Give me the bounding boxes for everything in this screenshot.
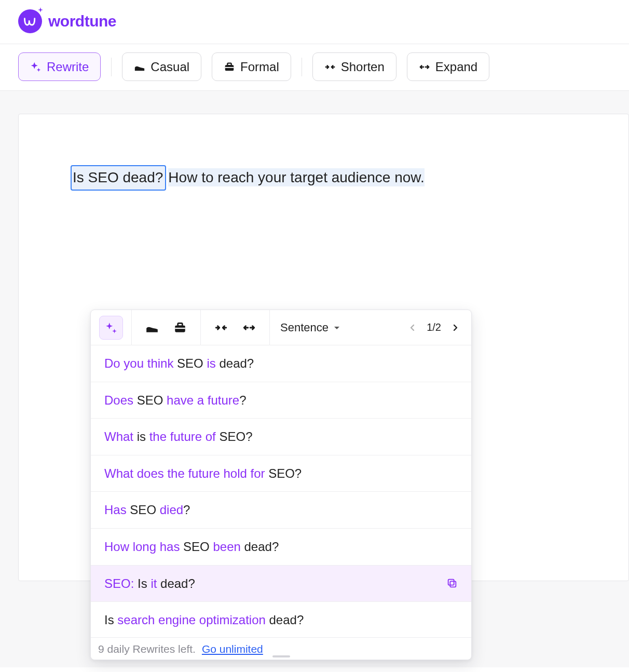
scope-label: Sentence — [280, 321, 329, 334]
shorten-button[interactable]: Shorten — [312, 52, 396, 81]
go-unlimited-link[interactable]: Go unlimited — [202, 643, 263, 655]
panel-casual-icon[interactable] — [140, 316, 164, 340]
formal-label: Formal — [240, 60, 279, 74]
expand-button[interactable]: Expand — [407, 52, 489, 81]
panel-expand-icon[interactable] — [237, 316, 261, 340]
panel-formal-icon[interactable] — [168, 316, 192, 340]
panel-footer: 9 daily Rewrites left. Go unlimited — [91, 637, 471, 660]
toolbar-divider — [111, 58, 112, 76]
expand-icon — [419, 61, 430, 73]
app-header: wordtune — [0, 0, 629, 44]
brand-name: wordtune — [48, 12, 116, 30]
pager-prev-button[interactable] — [407, 322, 418, 333]
svg-rect-6 — [450, 582, 456, 587]
suggestion-row[interactable]: Does SEO have a future? — [91, 382, 471, 419]
suggestion-row[interactable]: What does the future hold for SEO? — [91, 455, 471, 492]
document-page[interactable]: Is SEO dead?How to reach your target aud… — [18, 114, 629, 581]
chevron-right-icon — [451, 324, 459, 332]
suggestion-row[interactable]: Has SEO died? — [91, 492, 471, 529]
shorten-label: Shorten — [341, 60, 385, 74]
toolbar-divider — [302, 58, 302, 76]
drag-handle[interactable] — [272, 655, 290, 657]
sneaker-icon — [134, 61, 145, 73]
svg-rect-2 — [225, 67, 234, 68]
quota-text: 9 daily Rewrites left. — [98, 643, 196, 655]
suggestions-list[interactable]: Do you think SEO is dead?Does SEO have a… — [91, 345, 471, 637]
suggestion-row[interactable]: Is search engine optimization dead? — [91, 602, 471, 637]
shorten-icon — [324, 61, 336, 73]
logo-icon — [18, 9, 42, 33]
sparkle-icon — [30, 61, 42, 73]
expand-label: Expand — [435, 60, 477, 74]
suggestion-row[interactable]: What is the future of SEO? — [91, 419, 471, 455]
chevron-down-icon — [333, 324, 341, 332]
svg-rect-1 — [227, 63, 231, 65]
formal-button[interactable]: Formal — [212, 52, 291, 81]
chevron-left-icon — [408, 324, 417, 332]
rewrite-button[interactable]: Rewrite — [18, 52, 101, 81]
svg-rect-7 — [448, 580, 454, 585]
scope-selector[interactable]: Sentence — [270, 310, 351, 345]
pager-text: 1/2 — [427, 321, 441, 333]
selected-text[interactable]: Is SEO dead? — [71, 165, 166, 191]
suggestion-row[interactable]: How long has SEO been dead? — [91, 529, 471, 566]
panel-rewrite-icon[interactable] — [99, 316, 123, 340]
briefcase-icon — [224, 61, 235, 73]
panel-toolbar: Sentence 1/2 — [91, 310, 471, 345]
suggestions-panel: Sentence 1/2 Do you think SEO is dead?Do… — [90, 310, 472, 660]
svg-rect-4 — [178, 323, 183, 326]
canvas-area: Is SEO dead?How to reach your target aud… — [0, 91, 629, 667]
rest-text[interactable]: How to reach your target audience now. — [168, 168, 424, 186]
casual-button[interactable]: Casual — [122, 52, 201, 81]
pager: 1/2 — [396, 310, 471, 345]
pager-next-button[interactable] — [449, 322, 461, 333]
rewrite-label: Rewrite — [47, 60, 89, 74]
main-toolbar: Rewrite Casual Formal Shorten Expand — [0, 44, 629, 91]
suggestion-row[interactable]: SEO: Is it dead? — [91, 566, 471, 602]
editor-text[interactable]: Is SEO dead?How to reach your target aud… — [71, 169, 425, 185]
copy-icon[interactable] — [446, 577, 458, 589]
svg-rect-5 — [175, 328, 185, 329]
casual-label: Casual — [151, 60, 189, 74]
panel-shorten-icon[interactable] — [209, 316, 233, 340]
suggestion-row[interactable]: Do you think SEO is dead? — [91, 345, 471, 382]
